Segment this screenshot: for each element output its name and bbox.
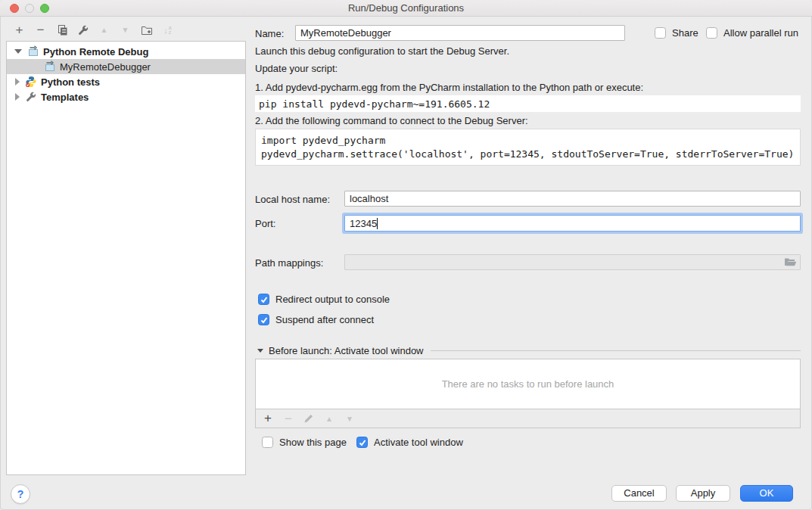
cancel-button[interactable]: Cancel	[611, 485, 667, 502]
move-up-icon: ▲	[101, 26, 108, 34]
activate-tool-window-label: Activate tool window	[374, 437, 463, 448]
before-launch-title: Before launch: Activate tool window	[269, 345, 424, 356]
settrace-code-block: import pydevd_pycharm pydevd_pycharm.set…	[255, 129, 801, 166]
titlebar: Run/Debug Configurations	[0, 0, 812, 17]
allow-parallel-run-checkbox[interactable]	[706, 27, 717, 39]
redirect-output-label: Redirect output to console	[275, 294, 390, 305]
allow-parallel-run-label: Allow parallel run	[723, 27, 798, 39]
remote-debug-icon	[44, 61, 56, 73]
configurations-toolbar: + − ▲ ▼ ↓ az	[13, 23, 174, 36]
tree-item-label: MyRemoteDebugger	[60, 61, 151, 73]
disclosure-triangle-collapsed[interactable]	[15, 78, 20, 86]
step1-text: 1. Add pydevd-pycharm.egg from the PyCha…	[255, 82, 643, 93]
name-input[interactable]	[295, 25, 625, 41]
tree-item-python-remote-debug[interactable]: Python Remote Debug	[7, 44, 245, 59]
disclosure-triangle-collapsed[interactable]	[15, 93, 20, 101]
tree-item-myremotedebugger[interactable]: MyRemoteDebugger	[7, 59, 245, 74]
redirect-output-checkbox-row[interactable]: Redirect output to console	[258, 294, 390, 305]
wrench-icon	[77, 24, 89, 36]
help-button[interactable]: ?	[11, 484, 30, 504]
python-tests-icon	[25, 76, 37, 88]
pip-command-strip: pip install pydevd-pycharm~=191.6605.12	[255, 95, 801, 112]
local-host-input[interactable]	[344, 191, 801, 207]
check-icon	[358, 438, 367, 447]
new-folder-icon	[141, 24, 153, 36]
apply-button[interactable]: Apply	[676, 485, 730, 502]
edit-templates-button[interactable]	[76, 23, 89, 36]
before-launch-task-list[interactable]: There are no tasks to run before launch	[255, 359, 801, 409]
before-launch-toolbar: + − ▲ ▼	[255, 409, 801, 428]
plus-icon: +	[264, 412, 272, 424]
allow-parallel-run-checkbox-row[interactable]: Allow parallel run	[706, 27, 798, 39]
new-folder-button[interactable]	[140, 23, 153, 36]
add-task-button[interactable]: +	[262, 412, 274, 424]
show-this-page-checkbox-row[interactable]: Show this page	[262, 437, 347, 448]
copy-icon	[56, 24, 68, 36]
update-script-text: Update your script:	[255, 63, 338, 74]
plus-icon: +	[16, 24, 23, 36]
path-mappings-input	[344, 254, 801, 270]
sort-configurations-button: ↓ az	[161, 23, 174, 36]
ok-button[interactable]: OK	[740, 485, 793, 502]
suspend-label: Suspend after connect	[275, 314, 374, 325]
local-host-label: Local host name:	[255, 194, 330, 205]
minimize-button	[25, 4, 34, 13]
edit-task-button	[303, 412, 315, 424]
port-label: Port:	[255, 218, 275, 229]
move-down-button: ▼	[119, 23, 132, 36]
move-task-down-button: ▼	[344, 412, 356, 424]
configurations-tree: Python Remote Debug MyRemoteDebugger Pyt…	[6, 41, 246, 475]
share-checkbox-row[interactable]: Share	[655, 27, 698, 39]
collapse-triangle-icon[interactable]	[257, 349, 263, 353]
wrench-icon	[25, 91, 37, 103]
tree-item-templates[interactable]: Templates	[7, 89, 245, 104]
suspend-checkbox-row[interactable]: Suspend after connect	[258, 314, 374, 325]
move-down-icon: ▼	[346, 415, 353, 423]
disclosure-triangle-expanded[interactable]	[14, 49, 22, 54]
question-mark-icon: ?	[17, 488, 24, 500]
remote-debug-icon	[27, 45, 39, 58]
intro-text: Launch this debug configuration to start…	[255, 45, 509, 57]
activate-tool-window-checkbox[interactable]	[356, 437, 368, 448]
empty-tasks-message: There are no tasks to run before launch	[442, 378, 614, 390]
show-this-page-label: Show this page	[279, 437, 347, 448]
section-divider	[431, 350, 801, 351]
tree-item-python-tests[interactable]: Python tests	[7, 74, 245, 89]
check-icon	[260, 316, 269, 325]
move-down-icon: ▼	[122, 26, 129, 34]
copy-configuration-button[interactable]	[55, 23, 68, 36]
move-up-icon: ▲	[325, 415, 333, 423]
run-debug-configurations-dialog: Run/Debug Configurations + − ▲ ▼ ↓ az Py…	[0, 0, 812, 510]
browse-folder-icon[interactable]	[784, 257, 797, 268]
text-caret	[377, 218, 378, 229]
window-title: Run/Debug Configurations	[0, 0, 812, 16]
remove-task-button: −	[282, 412, 294, 424]
add-configuration-button[interactable]: +	[13, 23, 26, 36]
tree-item-label: Python tests	[41, 76, 100, 88]
code-line-1: import pydevd_pycharm	[261, 134, 795, 148]
move-task-up-button: ▲	[323, 412, 335, 424]
check-icon	[260, 295, 269, 304]
share-label: Share	[672, 27, 698, 39]
port-input[interactable]	[344, 215, 801, 232]
redirect-output-checkbox[interactable]	[258, 294, 269, 305]
close-button[interactable]	[10, 4, 19, 13]
share-checkbox[interactable]	[655, 27, 666, 39]
pip-command-text: pip install pydevd-pycharm~=191.6605.12	[259, 98, 490, 110]
tree-item-label: Templates	[41, 92, 89, 103]
tree-item-label: Python Remote Debug	[43, 46, 148, 58]
pencil-icon	[303, 413, 314, 424]
remove-configuration-button[interactable]: −	[34, 23, 47, 36]
minus-icon: −	[37, 24, 45, 36]
zoom-button[interactable]	[40, 4, 49, 13]
code-line-2: pydevd_pycharm.settrace('localhost', por…	[261, 148, 795, 161]
before-launch-header[interactable]: Before launch: Activate tool window	[257, 345, 801, 356]
traffic-lights	[10, 4, 49, 13]
activate-tool-window-checkbox-row[interactable]: Activate tool window	[356, 437, 463, 448]
sort-az-icon: ↓ az	[163, 26, 171, 35]
name-label: Name:	[255, 28, 284, 39]
step2-text: 2. Add the following command to connect …	[255, 115, 528, 126]
suspend-checkbox[interactable]	[258, 314, 269, 325]
show-this-page-checkbox[interactable]	[262, 437, 273, 448]
path-mappings-label: Path mappings:	[255, 257, 323, 269]
